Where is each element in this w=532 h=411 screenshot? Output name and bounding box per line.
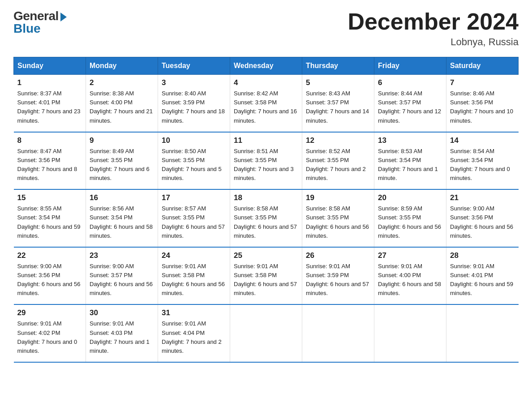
day-info: Sunrise: 9:01 AMSunset: 4:02 PMDaylight:…: [17, 320, 77, 354]
day-number: 20: [378, 193, 442, 202]
day-info: Sunrise: 9:00 AMSunset: 3:57 PMDaylight:…: [90, 263, 153, 296]
location: Lobnya, Russia: [348, 36, 519, 48]
cell-week2-day0: 8 Sunrise: 8:47 AMSunset: 3:56 PMDayligh…: [14, 132, 86, 190]
day-number: 1: [17, 78, 82, 87]
cell-week2-day1: 9 Sunrise: 8:49 AMSunset: 3:55 PMDayligh…: [86, 132, 158, 190]
cell-week4-day6: 28 Sunrise: 9:01 AMSunset: 4:01 PMDaylig…: [446, 247, 519, 305]
header-saturday: Saturday: [446, 57, 519, 75]
day-number: 26: [306, 251, 370, 260]
day-info: Sunrise: 9:01 AMSunset: 4:00 PMDaylight:…: [378, 263, 441, 296]
day-number: 22: [17, 251, 82, 260]
day-number: 7: [450, 78, 515, 87]
day-info: Sunrise: 9:01 AMSunset: 3:58 PMDaylight:…: [234, 263, 297, 296]
header-sunday: Sunday: [14, 57, 86, 75]
cell-week2-day2: 10 Sunrise: 8:50 AMSunset: 3:55 PMDaylig…: [158, 132, 230, 190]
week-row-4: 22 Sunrise: 9:00 AMSunset: 3:56 PMDaylig…: [14, 247, 519, 305]
day-info: Sunrise: 8:40 AMSunset: 3:59 PMDaylight:…: [162, 90, 225, 124]
cell-week5-day5: [374, 304, 446, 362]
cell-week1-day3: 4 Sunrise: 8:42 AMSunset: 3:58 PMDayligh…: [230, 75, 302, 132]
day-info: Sunrise: 9:00 AMSunset: 3:56 PMDaylight:…: [17, 263, 81, 296]
cell-week4-day0: 22 Sunrise: 9:00 AMSunset: 3:56 PMDaylig…: [14, 247, 86, 305]
day-info: Sunrise: 9:01 AMSunset: 3:58 PMDaylight:…: [162, 263, 225, 296]
day-number: 31: [162, 308, 226, 317]
cell-week3-day4: 19 Sunrise: 8:58 AMSunset: 3:55 PMDaylig…: [302, 189, 374, 247]
day-number: 4: [234, 78, 298, 87]
week-row-3: 15 Sunrise: 8:55 AMSunset: 3:54 PMDaylig…: [14, 189, 519, 247]
cell-week4-day4: 26 Sunrise: 9:01 AMSunset: 3:59 PMDaylig…: [302, 247, 374, 305]
cell-week5-day4: [302, 304, 374, 362]
cell-week3-day3: 18 Sunrise: 8:58 AMSunset: 3:55 PMDaylig…: [230, 189, 302, 247]
header-thursday: Thursday: [302, 57, 374, 75]
title-block: December 2024 Lobnya, Russia: [348, 9, 519, 48]
cell-week5-day0: 29 Sunrise: 9:01 AMSunset: 4:02 PMDaylig…: [14, 304, 86, 362]
cell-week1-day1: 2 Sunrise: 8:38 AMSunset: 4:00 PMDayligh…: [86, 75, 158, 132]
cell-week5-day1: 30 Sunrise: 9:01 AMSunset: 4:03 PMDaylig…: [86, 304, 158, 362]
logo-arrow-icon: [60, 13, 67, 21]
cell-week4-day3: 25 Sunrise: 9:01 AMSunset: 3:58 PMDaylig…: [230, 247, 302, 305]
cell-week4-day1: 23 Sunrise: 9:00 AMSunset: 3:57 PMDaylig…: [86, 247, 158, 305]
day-info: Sunrise: 8:42 AMSunset: 3:58 PMDaylight:…: [234, 90, 297, 124]
day-info: Sunrise: 9:01 AMSunset: 3:59 PMDaylight:…: [306, 263, 369, 296]
cell-week1-day4: 5 Sunrise: 8:43 AMSunset: 3:57 PMDayligh…: [302, 75, 374, 132]
day-info: Sunrise: 8:57 AMSunset: 3:55 PMDaylight:…: [162, 205, 225, 239]
day-info: Sunrise: 9:00 AMSunset: 3:56 PMDaylight:…: [450, 205, 513, 239]
day-info: Sunrise: 8:53 AMSunset: 3:54 PMDaylight:…: [378, 148, 438, 181]
day-info: Sunrise: 8:58 AMSunset: 3:55 PMDaylight:…: [234, 205, 297, 239]
cell-week2-day5: 13 Sunrise: 8:53 AMSunset: 3:54 PMDaylig…: [374, 132, 446, 190]
day-number: 3: [162, 78, 226, 87]
day-number: 5: [306, 78, 370, 87]
day-info: Sunrise: 8:38 AMSunset: 4:00 PMDaylight:…: [90, 90, 153, 124]
day-number: 9: [90, 136, 154, 145]
day-info: Sunrise: 8:54 AMSunset: 3:54 PMDaylight:…: [450, 148, 510, 181]
cell-week3-day6: 21 Sunrise: 9:00 AMSunset: 3:56 PMDaylig…: [446, 189, 519, 247]
logo-blue-text: Blue: [13, 21, 41, 36]
day-number: 15: [17, 193, 82, 202]
day-number: 17: [162, 193, 226, 202]
header-friday: Friday: [374, 57, 446, 75]
day-info: Sunrise: 8:47 AMSunset: 3:56 PMDaylight:…: [17, 148, 77, 181]
cell-week5-day6: [446, 304, 519, 362]
cell-week5-day2: 31 Sunrise: 9:01 AMSunset: 4:04 PMDaylig…: [158, 304, 230, 362]
cell-week1-day0: 1 Sunrise: 8:37 AMSunset: 4:01 PMDayligh…: [14, 75, 86, 132]
day-info: Sunrise: 8:56 AMSunset: 3:54 PMDaylight:…: [90, 205, 153, 239]
cell-week1-day6: 7 Sunrise: 8:46 AMSunset: 3:56 PMDayligh…: [446, 75, 519, 132]
cell-week3-day5: 20 Sunrise: 8:59 AMSunset: 3:55 PMDaylig…: [374, 189, 446, 247]
day-number: 13: [378, 136, 442, 145]
cell-week2-day6: 14 Sunrise: 8:54 AMSunset: 3:54 PMDaylig…: [446, 132, 519, 190]
day-number: 27: [378, 251, 442, 260]
day-number: 16: [90, 193, 154, 202]
header-tuesday: Tuesday: [158, 57, 230, 75]
day-info: Sunrise: 8:50 AMSunset: 3:55 PMDaylight:…: [162, 148, 222, 181]
cell-week3-day0: 15 Sunrise: 8:55 AMSunset: 3:54 PMDaylig…: [14, 189, 86, 247]
cell-week4-day2: 24 Sunrise: 9:01 AMSunset: 3:58 PMDaylig…: [158, 247, 230, 305]
week-row-1: 1 Sunrise: 8:37 AMSunset: 4:01 PMDayligh…: [14, 75, 519, 132]
day-info: Sunrise: 8:44 AMSunset: 3:57 PMDaylight:…: [378, 90, 441, 124]
logo: General Blue: [13, 9, 67, 36]
day-info: Sunrise: 8:37 AMSunset: 4:01 PMDaylight:…: [17, 90, 81, 124]
header-wednesday: Wednesday: [230, 57, 302, 75]
day-info: Sunrise: 8:49 AMSunset: 3:55 PMDaylight:…: [90, 148, 150, 181]
day-info: Sunrise: 8:43 AMSunset: 3:57 PMDaylight:…: [306, 90, 369, 124]
cell-week3-day1: 16 Sunrise: 8:56 AMSunset: 3:54 PMDaylig…: [86, 189, 158, 247]
calendar-table: SundayMondayTuesdayWednesdayThursdayFrid…: [13, 57, 519, 363]
cell-week1-day2: 3 Sunrise: 8:40 AMSunset: 3:59 PMDayligh…: [158, 75, 230, 132]
header-monday: Monday: [86, 57, 158, 75]
day-number: 18: [234, 193, 298, 202]
day-number: 8: [17, 136, 82, 145]
day-info: Sunrise: 8:59 AMSunset: 3:55 PMDaylight:…: [378, 205, 441, 239]
cell-week4-day5: 27 Sunrise: 9:01 AMSunset: 4:00 PMDaylig…: [374, 247, 446, 305]
day-info: Sunrise: 9:01 AMSunset: 4:01 PMDaylight:…: [450, 263, 513, 296]
cell-week2-day3: 11 Sunrise: 8:51 AMSunset: 3:55 PMDaylig…: [230, 132, 302, 190]
day-number: 6: [378, 78, 442, 87]
day-info: Sunrise: 8:52 AMSunset: 3:55 PMDaylight:…: [306, 148, 366, 181]
day-number: 29: [17, 308, 82, 317]
day-number: 2: [90, 78, 154, 87]
day-info: Sunrise: 8:58 AMSunset: 3:55 PMDaylight:…: [306, 205, 369, 239]
day-number: 21: [450, 193, 515, 202]
day-number: 23: [90, 251, 154, 260]
cell-week5-day3: [230, 304, 302, 362]
month-title: December 2024: [348, 9, 519, 34]
day-number: 25: [234, 251, 298, 260]
day-number: 30: [90, 308, 154, 317]
day-number: 10: [162, 136, 226, 145]
